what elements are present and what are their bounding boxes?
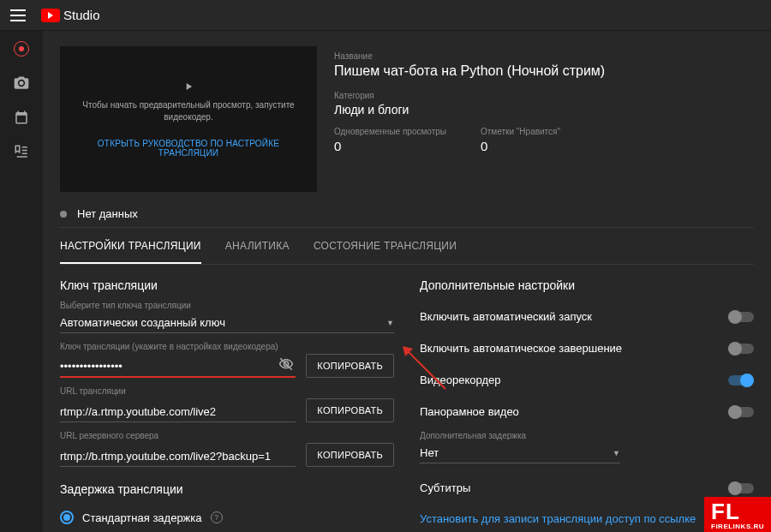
autoend-toggle[interactable] [728,344,754,354]
dvr-toggle[interactable] [728,375,754,386]
stream-url-input[interactable]: rtmp://a.rtmp.youtube.com/live2 [60,402,296,422]
status-row: Нет данных [60,199,754,228]
copy-key-button[interactable]: КОПИРОВАТЬ [306,354,394,378]
key-type-label: Выберите тип ключа трансляции [60,301,394,310]
backup-url-input[interactable]: rtmp://b.rtmp.youtube.com/live2?backup=1 [60,446,296,467]
stream-key-input[interactable]: •••••••••••••••• [60,356,296,378]
guide-link[interactable]: ОТКРЫТЬ РУКОВОДСТВО ПО НАСТРОЙКЕ ТРАНСЛЯ… [69,139,308,158]
latency-title: Задержка трансляции [60,482,394,496]
tab-analytics[interactable]: АНАЛИТИКА [225,240,290,264]
sidebar-item-live[interactable] [12,39,31,58]
sidebar-item-manage[interactable] [12,142,31,161]
play-icon [182,81,194,93]
sidebar-item-calendar[interactable] [12,108,31,127]
chevron-down-icon: ▼ [386,319,394,327]
status-dot-icon [60,211,67,218]
preview-message: Чтобы начать предварительный просмотр, з… [69,99,308,123]
tab-state[interactable]: СОСТОЯНИЕ ТРАНСЛЯЦИИ [314,240,457,264]
pano-label: Панорамное видео [420,405,519,418]
delay-select[interactable]: Нет ▼ [420,443,620,463]
logo[interactable]: Studio [41,8,100,22]
brand-text: Studio [63,8,100,22]
sidebar [0,31,43,532]
radio-standard-latency[interactable]: Стандартная задержка ? [60,505,394,530]
likes-value: 0 [481,139,566,153]
badge-big: FL [711,500,764,523]
camera-icon [13,75,30,92]
calendar-icon [14,110,29,125]
stream-key-title: Ключ трансляции [60,278,394,292]
youtube-icon [41,9,60,22]
autostart-label: Включить автоматический запуск [420,310,592,323]
subs-label: Субтитры [420,481,470,494]
preview-panel: Чтобы начать предварительный просмотр, з… [60,46,317,192]
dvr-label: Видеорекордер [420,374,500,386]
sidebar-item-camera[interactable] [12,74,31,93]
stream-title: Пишем чат-бота на Python (Ночной стрим) [334,63,754,79]
radio-label: Стандартная задержка [82,511,202,524]
status-text: Нет данных [77,207,138,220]
badge-small: FIRELINKS.RU [711,523,764,530]
category-label: Категория [334,91,754,100]
stream-url-label: URL трансляции [60,386,394,396]
menu-icon[interactable] [10,9,26,21]
viewers-label: Одновременные просмотры [334,127,446,136]
manage-icon [14,144,29,159]
copy-url-button[interactable]: КОПИРОВАТЬ [306,398,394,422]
visibility-off-icon[interactable] [278,356,294,374]
key-type-value: Автоматически созданный ключ [60,316,225,329]
access-link[interactable]: Установить для записи трансляции доступ … [420,504,696,525]
pano-toggle[interactable] [728,407,754,417]
live-icon [14,41,29,57]
category-value: Люди и блоги [334,103,754,117]
backup-url-label: URL резервного сервера [60,431,394,440]
chevron-down-icon: ▼ [613,449,620,457]
title-label: Название [334,51,754,61]
watermark-badge: FL FIRELINKS.RU [704,497,771,532]
autoend-label: Включить автоматическое завершение [420,342,622,355]
extra-title: Дополнительные настройки [420,278,754,292]
delay-value: Нет [420,446,439,459]
autostart-toggle[interactable] [728,312,754,322]
help-icon[interactable]: ? [211,511,223,523]
viewers-value: 0 [334,139,446,153]
radio-icon [60,511,74,524]
stream-key-label: Ключ трансляции (укажите в настройках ви… [60,342,394,351]
likes-label: Отметки "Нравится" [481,127,566,136]
tabs: НАСТРОЙКИ ТРАНСЛЯЦИИ АНАЛИТИКА СОСТОЯНИЕ… [60,228,754,265]
copy-backup-button[interactable]: КОПИРОВАТЬ [306,443,394,467]
key-type-select[interactable]: Автоматически созданный ключ ▼ [60,313,394,333]
stream-info: Название Пишем чат-бота на Python (Ночно… [334,46,754,192]
delay-label: Дополнительная задержка [420,431,754,440]
subs-toggle[interactable] [728,483,754,493]
tab-settings[interactable]: НАСТРОЙКИ ТРАНСЛЯЦИИ [60,240,201,264]
